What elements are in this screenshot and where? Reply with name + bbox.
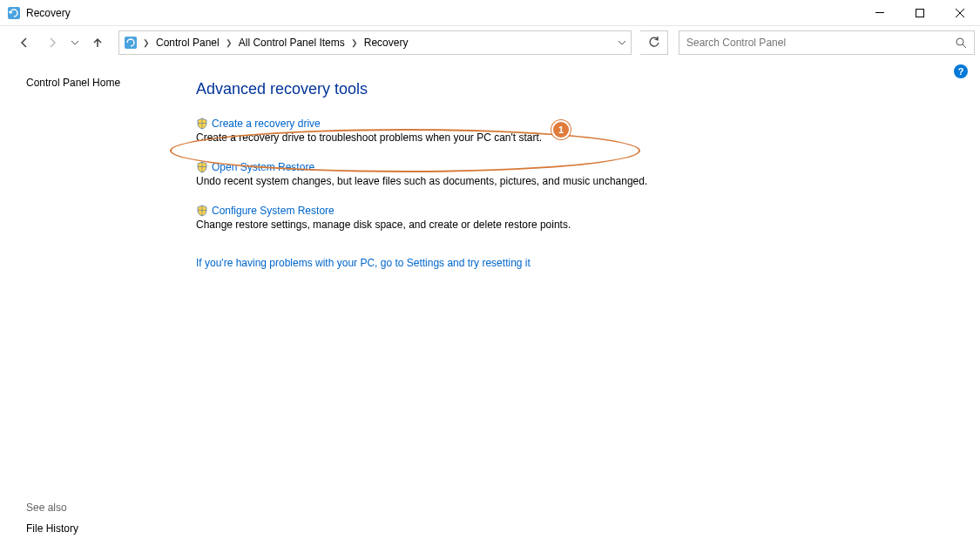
annotation-badge: 1 bbox=[551, 120, 571, 139]
configure-system-restore-link[interactable]: Configure System Restore bbox=[196, 205, 954, 217]
create-recovery-drive-link[interactable]: Create a recovery drive bbox=[196, 118, 954, 130]
recent-dropdown[interactable] bbox=[68, 30, 82, 55]
open-system-restore-link[interactable]: Open System Restore bbox=[196, 161, 954, 173]
up-button[interactable] bbox=[85, 30, 110, 55]
breadcrumb: ❯ Control Panel ❯ All Control Panel Item… bbox=[118, 30, 632, 55]
tool-desc: Undo recent system changes, but leave fi… bbox=[196, 175, 954, 187]
search-box bbox=[679, 30, 975, 55]
breadcrumb-item[interactable]: Control Panel bbox=[152, 31, 223, 54]
tool-open-system-restore: Open System Restore Undo recent system c… bbox=[196, 161, 954, 187]
search-icon[interactable] bbox=[948, 37, 974, 49]
main: ? Advanced recovery tools Create a recov… bbox=[179, 59, 980, 552]
back-button[interactable] bbox=[12, 30, 37, 55]
app-icon bbox=[7, 6, 21, 20]
reset-pc-link[interactable]: If you're having problems with your PC, … bbox=[196, 257, 531, 269]
tool-create-recovery-drive: Create a recovery drive Create a recover… bbox=[196, 118, 954, 144]
close-button[interactable] bbox=[940, 0, 980, 26]
svg-rect-3 bbox=[125, 37, 137, 49]
shield-icon bbox=[196, 118, 208, 130]
tool-desc: Change restore settings, manage disk spa… bbox=[196, 219, 954, 231]
maximize-button[interactable] bbox=[900, 0, 940, 26]
see-also: See also File History bbox=[26, 502, 179, 535]
help-button[interactable]: ? bbox=[954, 64, 968, 78]
tool-desc: Create a recovery drive to troubleshoot … bbox=[196, 131, 954, 144]
tool-link-label: Create a recovery drive bbox=[212, 118, 321, 130]
svg-rect-1 bbox=[875, 12, 884, 13]
tool-link-label: Open System Restore bbox=[212, 161, 314, 173]
shield-icon bbox=[196, 205, 208, 217]
navbar: ❯ Control Panel ❯ All Control Panel Item… bbox=[0, 26, 980, 59]
shield-icon bbox=[196, 161, 208, 173]
titlebar: Recovery bbox=[0, 0, 980, 26]
sidebar: Control Panel Home See also File History bbox=[0, 59, 179, 552]
breadcrumb-dropdown[interactable] bbox=[613, 38, 631, 47]
svg-point-4 bbox=[956, 38, 963, 45]
refresh-button[interactable] bbox=[640, 30, 668, 55]
forward-button[interactable] bbox=[40, 30, 64, 55]
file-history-link[interactable]: File History bbox=[26, 522, 78, 535]
see-also-label: See also bbox=[26, 502, 179, 514]
chevron-right-icon[interactable]: ❯ bbox=[348, 38, 361, 47]
chevron-right-icon[interactable]: ❯ bbox=[223, 38, 235, 47]
breadcrumb-item[interactable]: All Control Panel Items bbox=[235, 31, 348, 54]
window-title: Recovery bbox=[26, 7, 71, 19]
control-panel-home-link[interactable]: Control Panel Home bbox=[26, 77, 179, 89]
breadcrumb-item[interactable]: Recovery bbox=[361, 31, 412, 54]
chevron-right-icon[interactable]: ❯ bbox=[140, 38, 152, 47]
search-input[interactable] bbox=[679, 31, 948, 54]
window-controls bbox=[860, 0, 980, 26]
svg-rect-2 bbox=[916, 9, 924, 17]
content: Control Panel Home See also File History… bbox=[0, 59, 980, 552]
page-title: Advanced recovery tools bbox=[196, 80, 954, 98]
breadcrumb-icon[interactable] bbox=[121, 36, 140, 50]
minimize-button[interactable] bbox=[860, 0, 900, 26]
tool-link-label: Configure System Restore bbox=[212, 205, 335, 217]
tool-configure-system-restore: Configure System Restore Change restore … bbox=[196, 205, 954, 231]
